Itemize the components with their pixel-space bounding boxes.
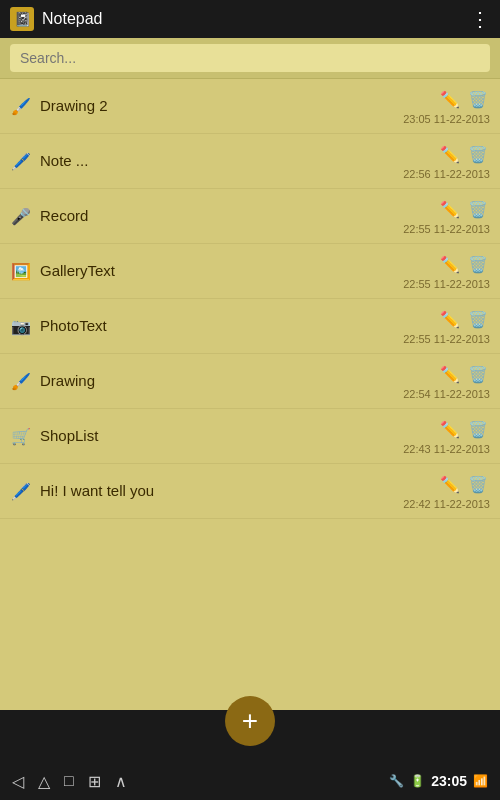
note-content-4: GalleryText [40, 262, 403, 280]
note-title-2: Note ... [40, 152, 88, 169]
app-icon: 📓 [10, 7, 34, 31]
note-actions-8: ✏️ 🗑️ [438, 472, 490, 496]
delete-button-8[interactable]: 🗑️ [466, 472, 490, 496]
note-item-1[interactable]: 🖌️ Drawing 2 ✏️ 🗑️ 23:05 11-22-2013 [0, 79, 500, 134]
edit-button-4[interactable]: ✏️ [438, 252, 462, 276]
note-left-8: 🖊️ Hi! I want tell you [10, 480, 403, 502]
home-button[interactable]: △ [38, 772, 50, 791]
note-item-2[interactable]: 🖊️ Note ... ✏️ 🗑️ 22:56 11-22-2013 [0, 134, 500, 189]
note-right-7: ✏️ 🗑️ 22:43 11-22-2013 [403, 417, 490, 455]
app-icon-emoji: 📓 [14, 11, 31, 27]
note-left-2: 🖊️ Note ... [10, 150, 403, 172]
edit-button-2[interactable]: ✏️ [438, 142, 462, 166]
note-item-8[interactable]: 🖊️ Hi! I want tell you ✏️ 🗑️ 22:42 11-22… [0, 464, 500, 519]
note-item-3[interactable]: 🎤 Record ✏️ 🗑️ 22:55 11-22-2013 [0, 189, 500, 244]
note-actions-7: ✏️ 🗑️ [438, 417, 490, 441]
note-icon: 🖊️ [10, 150, 32, 172]
note-title-8: Hi! I want tell you [40, 482, 154, 499]
note-left-5: 📷 PhotoText [10, 315, 403, 337]
recent-button[interactable]: □ [64, 772, 74, 790]
note-actions-2: ✏️ 🗑️ [438, 142, 490, 166]
note-title-1: Drawing 2 [40, 97, 108, 114]
note-left-7: 🛒 ShopList [10, 425, 403, 447]
edit-button-1[interactable]: ✏️ [438, 87, 462, 111]
delete-button-1[interactable]: 🗑️ [466, 87, 490, 111]
note-title-3: Record [40, 207, 88, 224]
note-timestamp-4: 22:55 11-22-2013 [403, 278, 490, 290]
note-right-8: ✏️ 🗑️ 22:42 11-22-2013 [403, 472, 490, 510]
note-actions-4: ✏️ 🗑️ [438, 252, 490, 276]
add-icon: + [242, 707, 258, 735]
note-actions-3: ✏️ 🗑️ [438, 197, 490, 221]
delete-button-7[interactable]: 🗑️ [466, 417, 490, 441]
note-content-2: Note ... [40, 152, 403, 170]
shoplist-icon: 🛒 [10, 425, 32, 447]
qr-button[interactable]: ⊞ [88, 772, 101, 791]
delete-button-3[interactable]: 🗑️ [466, 197, 490, 221]
up-button[interactable]: ∧ [115, 772, 127, 791]
note-content-7: ShopList [40, 427, 403, 445]
back-button[interactable]: ◁ [12, 772, 24, 791]
note-timestamp-7: 22:43 11-22-2013 [403, 443, 490, 455]
note-timestamp-5: 22:55 11-22-2013 [403, 333, 490, 345]
note-actions-6: ✏️ 🗑️ [438, 362, 490, 386]
delete-button-6[interactable]: 🗑️ [466, 362, 490, 386]
edit-button-8[interactable]: ✏️ [438, 472, 462, 496]
note-right-2: ✏️ 🗑️ 22:56 11-22-2013 [403, 142, 490, 180]
app-title: Notepad [42, 10, 103, 28]
note-title-5: PhotoText [40, 317, 107, 334]
gallery-icon: 🖼️ [10, 260, 32, 282]
system-bar: ◁ △ □ ⊞ ∧ 🔧 🔋 23:05 📶 [0, 762, 500, 800]
edit-button-6[interactable]: ✏️ [438, 362, 462, 386]
note-left-6: 🖌️ Drawing [10, 370, 403, 392]
note-timestamp-1: 23:05 11-22-2013 [403, 113, 490, 125]
edit-button-7[interactable]: ✏️ [438, 417, 462, 441]
note-left-1: 🖌️ Drawing 2 [10, 95, 403, 117]
note-content-8: Hi! I want tell you [40, 482, 403, 500]
note-item-4[interactable]: 🖼️ GalleryText ✏️ 🗑️ 22:55 11-22-2013 [0, 244, 500, 299]
note-left-4: 🖼️ GalleryText [10, 260, 403, 282]
note-actions-5: ✏️ 🗑️ [438, 307, 490, 331]
note-timestamp-8: 22:42 11-22-2013 [403, 498, 490, 510]
delete-button-5[interactable]: 🗑️ [466, 307, 490, 331]
note-timestamp-3: 22:55 11-22-2013 [403, 223, 490, 235]
photo-icon: 📷 [10, 315, 32, 337]
note-content-3: Record [40, 207, 403, 225]
note-right-6: ✏️ 🗑️ 22:54 11-22-2013 [403, 362, 490, 400]
note-title-7: ShopList [40, 427, 98, 444]
notes-list: 🖌️ Drawing 2 ✏️ 🗑️ 23:05 11-22-2013 🖊️ N… [0, 79, 500, 669]
edit-button-3[interactable]: ✏️ [438, 197, 462, 221]
note-content-6: Drawing [40, 372, 403, 390]
drawing-icon: 🖌️ [10, 95, 32, 117]
battery-icon: 🔋 [410, 774, 425, 788]
status-area: 🔧 🔋 23:05 📶 [389, 773, 488, 789]
edit-button-5[interactable]: ✏️ [438, 307, 462, 331]
wrench-icon: 🔧 [389, 774, 404, 788]
note-item-6[interactable]: 🖌️ Drawing ✏️ 🗑️ 22:54 11-22-2013 [0, 354, 500, 409]
note2-icon: 🖊️ [10, 480, 32, 502]
title-bar-left: 📓 Notepad [10, 7, 103, 31]
note-timestamp-6: 22:54 11-22-2013 [403, 388, 490, 400]
overflow-menu-icon[interactable]: ⋮ [470, 7, 490, 31]
title-bar: 📓 Notepad ⋮ [0, 0, 500, 38]
note-item-5[interactable]: 📷 PhotoText ✏️ 🗑️ 22:55 11-22-2013 [0, 299, 500, 354]
wifi-icon: 📶 [473, 774, 488, 788]
add-note-button[interactable]: + [225, 696, 275, 746]
note-title-4: GalleryText [40, 262, 115, 279]
note-item-7[interactable]: 🛒 ShopList ✏️ 🗑️ 22:43 11-22-2013 [0, 409, 500, 464]
note-right-5: ✏️ 🗑️ 22:55 11-22-2013 [403, 307, 490, 345]
drawing2-icon: 🖌️ [10, 370, 32, 392]
note-right-4: ✏️ 🗑️ 22:55 11-22-2013 [403, 252, 490, 290]
note-content-5: PhotoText [40, 317, 403, 335]
delete-button-2[interactable]: 🗑️ [466, 142, 490, 166]
system-time: 23:05 [431, 773, 467, 789]
note-right-3: ✏️ 🗑️ 22:55 11-22-2013 [403, 197, 490, 235]
note-timestamp-2: 22:56 11-22-2013 [403, 168, 490, 180]
nav-buttons: ◁ △ □ ⊞ ∧ [12, 772, 127, 791]
search-bar [0, 38, 500, 79]
note-content-1: Drawing 2 [40, 97, 403, 115]
note-actions-1: ✏️ 🗑️ [438, 87, 490, 111]
search-input[interactable] [10, 44, 490, 72]
delete-button-4[interactable]: 🗑️ [466, 252, 490, 276]
note-left-3: 🎤 Record [10, 205, 403, 227]
